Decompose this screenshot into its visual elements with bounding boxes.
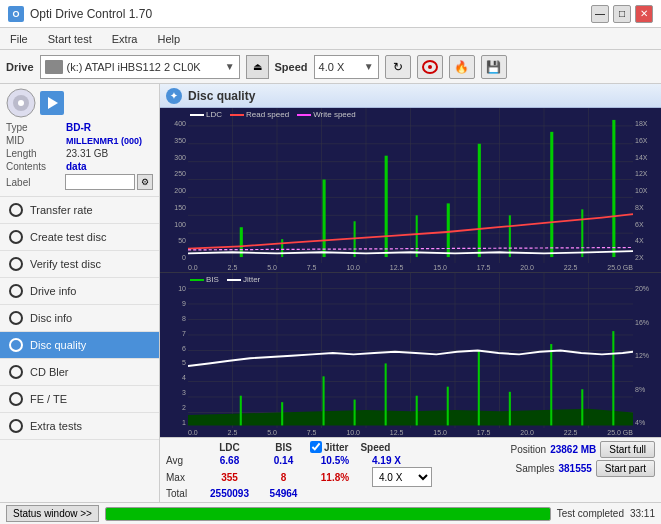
nav-icon-drive-info <box>8 283 24 299</box>
ldc-header: LDC <box>202 442 257 453</box>
jitter-header: Jitter <box>324 442 348 453</box>
status-text: Test completed <box>557 508 624 519</box>
nav-label-disc-info: Disc info <box>30 312 72 324</box>
speed-value: 4.0 X <box>319 61 362 73</box>
disc-panel: Type BD-R MID MILLENMR1 (000) Length 23.… <box>0 84 159 197</box>
chart1-y-left: 400 350 300 250 200 150 100 50 0 <box>160 108 188 263</box>
nav-icon-cd-bler <box>8 364 24 380</box>
chart2-svg <box>188 273 633 428</box>
jitter-checkbox[interactable] <box>310 441 322 453</box>
nav-label-disc-quality: Disc quality <box>30 339 86 351</box>
status-time: 33:11 <box>630 508 655 519</box>
chart1-svg <box>188 108 633 263</box>
chart2-legend: BIS Jitter <box>190 275 260 284</box>
svg-rect-27 <box>323 180 326 258</box>
speed-select-stats[interactable]: 4.0 X <box>372 467 432 487</box>
legend-jitter: Jitter <box>227 275 260 284</box>
label-btn[interactable]: ⚙ <box>137 174 153 190</box>
toolbar: Drive (k:) ATAPl iHBS112 2 CL0K ▼ ⏏ Spee… <box>0 50 661 84</box>
legend-ldc: LDC <box>190 110 222 119</box>
nav-item-extra-tests[interactable]: Extra tests <box>0 413 159 440</box>
start-full-button[interactable]: Start full <box>600 441 655 458</box>
avg-bis: 0.14 <box>261 455 306 466</box>
menubar: File Start test Extra Help <box>0 28 661 50</box>
nav-item-verify-test-disc[interactable]: Verify test disc <box>0 251 159 278</box>
disc-button[interactable] <box>417 55 443 79</box>
read-legend-line <box>230 114 244 116</box>
menu-start-test[interactable]: Start test <box>42 31 98 47</box>
svg-rect-63 <box>447 387 449 426</box>
nav-icon-disc-quality <box>8 337 24 353</box>
nav-label-verify-test-disc: Verify test disc <box>30 258 101 270</box>
chart1-legend: LDC Read speed Write speed <box>190 110 356 119</box>
legend-bis: BIS <box>190 275 219 284</box>
titlebar: O Opti Drive Control 1.70 — □ ✕ <box>0 0 661 28</box>
samples-row: Samples 381555 Start part <box>516 460 655 477</box>
nav-item-disc-info[interactable]: Disc info <box>0 305 159 332</box>
position-label: Position <box>511 444 547 455</box>
samples-val: 381555 <box>558 463 591 474</box>
svg-rect-32 <box>478 144 481 257</box>
avg-label: Avg <box>166 455 198 466</box>
type-val: BD-R <box>66 122 91 133</box>
chart2: BIS Jitter 10 9 8 7 6 5 <box>160 273 661 437</box>
stats-total-row: Total 2550093 54964 <box>166 488 507 499</box>
write-legend-line <box>297 114 311 116</box>
nav-item-drive-info[interactable]: Drive info <box>0 278 159 305</box>
svg-rect-29 <box>385 156 388 257</box>
drive-icon <box>45 60 63 74</box>
type-key: Type <box>6 122 66 133</box>
disc-length-row: Length 23.31 GB <box>6 148 153 159</box>
nav-item-fe-te[interactable]: FE / TE <box>0 386 159 413</box>
svg-point-4 <box>18 100 24 106</box>
nav-item-cd-bler[interactable]: CD Bler <box>0 359 159 386</box>
save-button[interactable]: 💾 <box>481 55 507 79</box>
nav-item-create-test-disc[interactable]: Create test disc <box>0 224 159 251</box>
drive-select[interactable]: (k:) ATAPl iHBS112 2 CL0K ▼ <box>40 55 240 79</box>
status-window-button[interactable]: Status window >> <box>6 505 99 522</box>
refresh-button[interactable]: ↻ <box>385 55 411 79</box>
contents-val: data <box>66 161 87 172</box>
nav-item-transfer-rate[interactable]: Transfer rate <box>0 197 159 224</box>
chart1: LDC Read speed Write speed 400 <box>160 108 661 273</box>
nav-icon-verify-test-disc <box>8 256 24 272</box>
stats-max-row: Max 355 8 11.8% 4.0 X <box>166 467 507 487</box>
chart1-inner: 400 350 300 250 200 150 100 50 0 <box>160 108 661 263</box>
max-ldc: 355 <box>202 472 257 483</box>
svg-rect-67 <box>581 389 583 425</box>
svg-rect-26 <box>281 239 283 257</box>
label-input[interactable] <box>65 174 135 190</box>
svg-rect-59 <box>323 376 325 425</box>
stats-panel: LDC BIS Jitter Speed Avg 6.68 0.14 10.5%… <box>160 437 661 502</box>
chart2-y-right: 20% 16% 12% 8% 4% <box>633 273 661 428</box>
disc-label-row: Label ⚙ <box>6 174 153 190</box>
disc-contents-row: Contents data <box>6 161 153 172</box>
start-part-button[interactable]: Start part <box>596 460 655 477</box>
svg-rect-64 <box>478 351 480 426</box>
speed-header: Speed <box>360 442 390 453</box>
charts-and-stats: LDC Read speed Write speed 400 <box>160 108 661 437</box>
eject-button[interactable]: ⏏ <box>246 55 269 79</box>
chart1-y-right: 18X 16X 14X 12X 10X 8X 6X 4X 2X <box>633 108 661 263</box>
close-button[interactable]: ✕ <box>635 5 653 23</box>
speed-select[interactable]: 4.0 X ▼ <box>314 55 379 79</box>
menu-file[interactable]: File <box>4 31 34 47</box>
chart1-x-axis: 0.0 2.5 5.0 7.5 10.0 12.5 15.0 17.5 20.0… <box>160 263 661 272</box>
contents-key: Contents <box>6 161 66 172</box>
nav-item-disc-quality[interactable]: Disc quality <box>0 332 159 359</box>
minimize-button[interactable]: — <box>591 5 609 23</box>
menu-help[interactable]: Help <box>151 31 186 47</box>
stats-table: LDC BIS Jitter Speed Avg 6.68 0.14 10.5%… <box>166 441 507 499</box>
burn-button[interactable]: 🔥 <box>449 55 475 79</box>
app-icon: O <box>8 6 24 22</box>
chart2-y-left: 10 9 8 7 6 5 4 3 2 1 <box>160 273 188 428</box>
speed-label: Speed <box>275 61 308 73</box>
menu-extra[interactable]: Extra <box>106 31 144 47</box>
svg-rect-66 <box>550 344 552 425</box>
svg-rect-62 <box>416 396 418 426</box>
avg-ldc: 6.68 <box>202 455 257 466</box>
maximize-button[interactable]: □ <box>613 5 631 23</box>
progress-bar-container <box>105 507 551 521</box>
statusbar: Status window >> Test completed 33:11 <box>0 502 661 524</box>
disc-header <box>6 88 153 118</box>
